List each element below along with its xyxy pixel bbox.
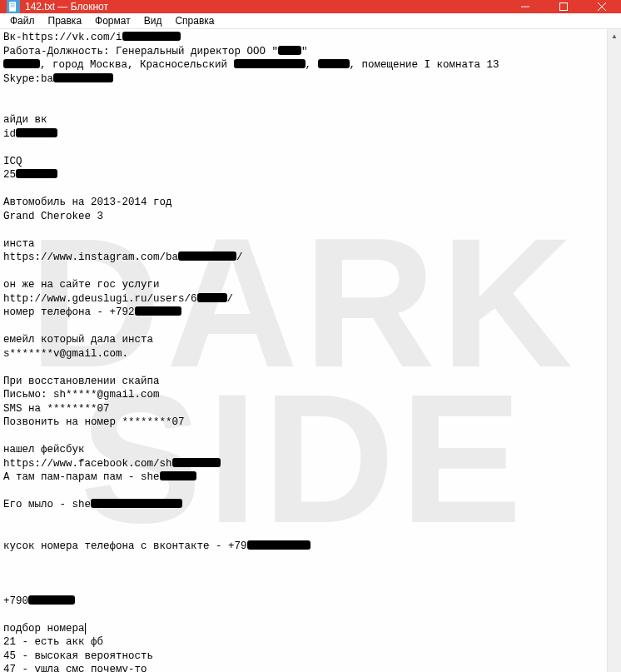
text-line: 45 - высокая вероятность [3, 650, 153, 662]
scroll-track[interactable] [608, 43, 621, 672]
redacted [247, 540, 310, 550]
menubar: Файл Правка Формат Вид Справка [0, 13, 621, 29]
redacted [91, 499, 182, 508]
redacted [16, 128, 57, 137]
redacted [197, 293, 227, 302]
window-title: 142.txt — Блокнот [25, 1, 506, 12]
menu-edit[interactable]: Правка [42, 13, 89, 28]
text-line: подбор номера [3, 623, 85, 635]
redacted [135, 306, 181, 316]
text-line: номер телефона - +792 [3, 306, 135, 318]
text-line: https://www.facebook.com/sh [3, 458, 172, 470]
redacted [318, 59, 350, 68]
redacted [53, 73, 113, 82]
redacted [28, 595, 75, 605]
text-line: 25 [3, 169, 16, 181]
text-line: кусок номера телефона с вконтакте - +79 [3, 540, 247, 552]
text-line: Работа-Должность: Генеральный директор О… [3, 46, 278, 57]
menu-view[interactable]: Вид [137, 13, 169, 28]
close-button[interactable] [583, 0, 621, 13]
text-line: Skype:ba [3, 73, 53, 85]
text-line: При восстановлении скайпа [3, 376, 160, 387]
minimize-button[interactable] [506, 0, 544, 13]
text-line: / [236, 251, 243, 263]
notepad-icon [7, 0, 20, 13]
text-line: " [301, 46, 308, 57]
text-editor[interactable]: DARK SIDE @darkside_channel Вк-https://v… [0, 29, 607, 672]
text-line: айди вк [3, 114, 47, 126]
text-line: SMS на ********07 [3, 403, 110, 415]
text-line: Его мыло - she [3, 499, 91, 510]
text-line: Вк-https://vk.com/i [3, 32, 122, 43]
text-line: , [306, 59, 318, 71]
menu-format[interactable]: Формат [88, 13, 137, 28]
redacted [16, 169, 57, 178]
redacted [122, 32, 181, 41]
redacted [278, 46, 301, 55]
text-line: Автомобиль на 2013-2014 год [3, 197, 172, 208]
text-line: емейл который дала инста [3, 334, 153, 346]
redacted [160, 471, 196, 480]
text-line: / [227, 293, 234, 305]
text-line: 47 - ушла смс почему-то [3, 664, 147, 672]
redacted [178, 251, 236, 261]
redacted [3, 59, 40, 68]
scroll-up-button[interactable]: ▲ [608, 29, 621, 43]
window-controls [506, 0, 621, 13]
text-line: нашел фейсбук [3, 444, 85, 455]
text-line: Grand Cherokee 3 [3, 211, 103, 222]
text-line: Письмо: sh*****@gmail.com [3, 389, 160, 401]
text-line: инста [3, 238, 35, 250]
maximize-button[interactable] [544, 0, 583, 13]
text-content[interactable]: Вк-https://vk.com/i Работа-Должность: Ге… [0, 29, 607, 672]
redacted [234, 59, 306, 68]
text-line: А там пам-парам пам - she [3, 471, 160, 483]
redacted [172, 458, 221, 467]
text-line: Позвонить на номер ********07 [3, 416, 185, 428]
text-cursor [85, 623, 86, 635]
titlebar: 142.txt — Блокнот [0, 0, 621, 13]
text-line: он же на сайте гос услуги [3, 279, 160, 291]
vertical-scrollbar[interactable]: ▲ ▼ [607, 29, 621, 672]
text-line: , помещение I комната 13 [350, 59, 499, 71]
content-area: DARK SIDE @darkside_channel Вк-https://v… [0, 29, 621, 672]
menu-file[interactable]: Файл [3, 13, 42, 28]
text-line: http://www.gdeuslugi.ru/users/6 [3, 293, 197, 305]
menu-help[interactable]: Справка [168, 13, 221, 28]
text-line: ICQ [3, 156, 22, 167]
svg-rect-5 [560, 3, 568, 11]
text-line: s*******v@gmail.com. [3, 348, 128, 360]
text-line: +790 [3, 595, 28, 607]
text-line: , город Москва, Красносельский [40, 59, 234, 71]
text-line: https://www.instagram.com/ba [3, 251, 178, 263]
text-line: id [3, 128, 16, 140]
text-line: 21 - есть акк фб [3, 636, 103, 648]
